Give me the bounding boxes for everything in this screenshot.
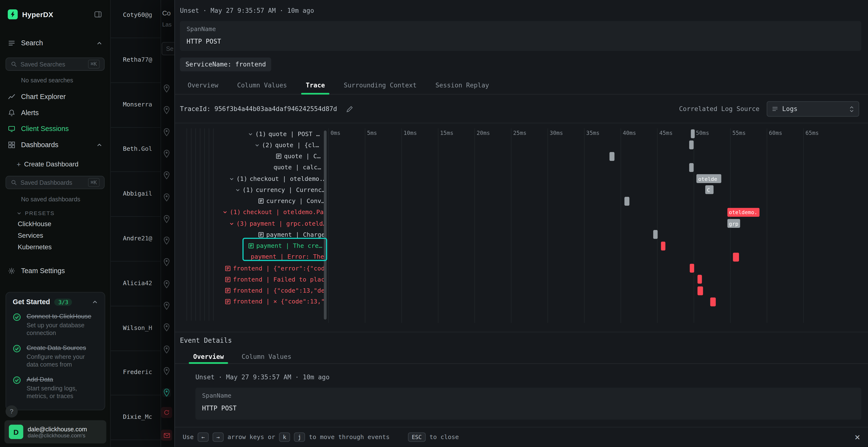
map-pin-icon[interactable] [162,301,171,310]
span-bar[interactable] [610,152,615,161]
sidebar-collapse-icon[interactable] [94,10,102,18]
span-bar[interactable]: oteldemo. [727,208,759,217]
map-pin-icon[interactable] [162,280,171,288]
chevron-down-icon[interactable] [229,176,235,181]
user-menu[interactable]: D dale@clickhouse.com dale@clickhouse.co… [4,420,106,443]
tab-trace[interactable]: Trace [300,77,330,94]
span-bar[interactable] [697,286,703,295]
trace-row[interactable]: (1)checkout | oteldemo.… [180,173,326,184]
span-bar[interactable] [624,197,629,205]
session-row[interactable]: Coty60@g [123,11,152,19]
span-bar[interactable] [661,241,665,250]
log-source-select[interactable]: Logs [767,101,859,116]
get-started-header[interactable]: Get Started 3/3 [13,298,98,306]
tab-overview[interactable]: Overview [182,77,224,94]
trace-row-selected[interactable]: payment | Error: The … [180,251,326,263]
saved-dashboards-input[interactable]: Saved Dashboards ⌘K [5,176,105,189]
get-started-item[interactable]: Add Data Start sending logs, metrics, or… [13,375,98,400]
session-row[interactable]: Wilson_H [123,324,152,332]
chevron-up-icon[interactable] [92,299,98,305]
chevron-down-icon[interactable] [235,187,240,193]
session-search-input-clipped[interactable]: Se [161,42,174,55]
session-row[interactable]: Dixie_Mc [123,414,152,421]
trace-row[interactable]: (1)checkout | oteldemo.Pa… [180,207,326,218]
map-pin-icon[interactable] [162,345,171,354]
mail-icon[interactable] [161,429,172,441]
span-bar[interactable] [689,141,694,149]
session-row[interactable]: Monserra [123,101,152,108]
map-pin-icon[interactable] [162,149,171,158]
span-bar[interactable] [691,129,695,138]
map-pin-icon[interactable] [162,236,171,245]
sidebar-item-team-settings[interactable]: Team Settings [0,263,110,279]
trace-row[interactable]: (1)currency | Currenc… [180,184,326,195]
session-row[interactable]: Retha77@ [123,56,152,63]
session-row[interactable]: Andre21@ [123,235,152,242]
trace-row[interactable]: payment | Charge … [180,229,326,240]
help-button[interactable]: ? [5,405,18,418]
trace-row[interactable]: frontend | {"error":{"code… [180,263,326,274]
map-pin-icon[interactable] [162,84,171,93]
session-row[interactable]: Beth.Gol [123,145,152,153]
edit-icon[interactable] [346,105,353,112]
span-bar[interactable] [689,163,694,172]
map-pin-icon[interactable] [162,214,171,223]
preset-item-clickhouse[interactable]: ClickHouse [0,218,110,230]
trace-row[interactable]: frontend | × {"code":13,"d… [180,296,326,307]
trace-row[interactable]: frontend | Failed to place… [180,274,326,285]
trace-row[interactable]: (1)quote | POST … [180,128,326,139]
span-bar[interactable] [690,264,694,273]
tab-session-replay[interactable]: Session Replay [430,77,495,94]
span-bar[interactable] [697,275,702,284]
map-pin-icon[interactable] [162,193,171,202]
trace-row[interactable]: quote | C… [180,151,326,162]
map-pin-icon[interactable] [162,367,171,375]
preset-item-services[interactable]: Services [0,230,110,241]
session-row[interactable]: Abbigail [123,190,152,197]
error-event-icon[interactable] [161,407,172,418]
tab-column-values[interactable]: Column Values [232,77,293,94]
span-bar[interactable] [733,253,739,262]
dashboards-section-header[interactable]: Dashboards [0,138,110,151]
chevron-down-icon[interactable] [248,132,253,137]
span-bar[interactable]: C [705,185,713,194]
trace-row[interactable]: quote | calc… [180,162,326,173]
trace-row[interactable]: frontend | {"code":13,"det… [180,285,326,296]
chevron-up-icon[interactable] [96,40,102,46]
span-bar[interactable]: grp [727,219,740,228]
span-bar[interactable] [653,230,658,239]
span-bar[interactable]: otelde [696,174,721,183]
map-pin-icon[interactable] [162,106,171,115]
get-started-item[interactable]: Create Data Sources Configure where your… [13,344,98,369]
get-started-item[interactable]: Connect to ClickHouse Set up your databa… [13,312,98,337]
saved-searches-input[interactable]: Saved Searches ⌘K [5,58,105,71]
sidebar-item-alerts[interactable]: Alerts [0,105,110,121]
map-pin-icon[interactable] [162,323,171,332]
presets-header[interactable]: PRESETS [17,209,55,217]
close-icon[interactable]: × [855,432,860,442]
map-pin-icon[interactable] [162,388,171,397]
trace-row[interactable]: currency | Conv… [180,196,326,207]
sidebar-item-client-sessions[interactable]: Client Sessions [0,121,110,137]
map-pin-icon[interactable] [162,171,171,180]
chevron-down-icon[interactable] [255,143,260,148]
chevron-down-icon[interactable] [222,210,227,215]
chevron-down-icon[interactable] [229,221,235,226]
trace-row[interactable]: (3)payment | grpc.oteld… [180,218,326,229]
sidebar-item-chart-explorer[interactable]: Chart Explorer [0,89,110,105]
chevron-up-icon[interactable] [96,142,102,148]
event-details-tab-overview[interactable]: Overview [188,349,229,364]
map-pin-icon[interactable] [162,128,171,136]
event-details-tab-column-values[interactable]: Column Values [236,349,297,364]
map-pin-icon[interactable] [162,258,171,267]
session-row[interactable]: Alicia42 [123,279,152,286]
trace-row-selected[interactable]: payment | The cre… [180,240,326,251]
service-name-badge[interactable]: ServiceName: frontend [180,58,272,71]
preset-item-kubernetes[interactable]: Kubernetes [0,241,110,253]
trace-row[interactable]: (2)quote | {cl… [180,139,326,150]
tab-surrounding-context[interactable]: Surrounding Context [338,77,422,94]
search-section-header[interactable]: Search [0,37,110,50]
session-row[interactable]: Frederic [123,369,152,376]
span-bar[interactable] [710,298,716,306]
create-dashboard-button[interactable]: + Create Dashboard [17,158,79,171]
